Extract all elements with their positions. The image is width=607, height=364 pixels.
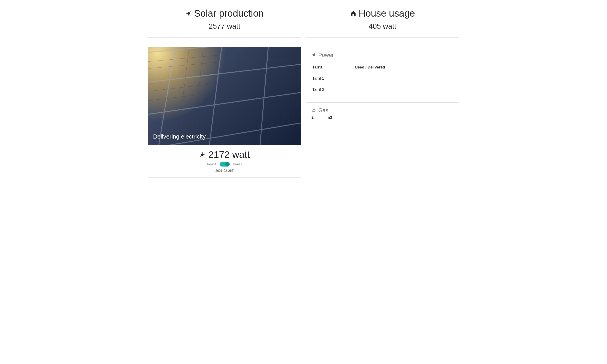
- svg-line-24: [231, 47, 241, 145]
- svg-line-3: [187, 12, 187, 12]
- tarrif-right-label: Tarrif 2: [233, 162, 243, 166]
- svg-line-9: [148, 47, 301, 53]
- svg-line-8: [190, 12, 190, 12]
- power-col-tarrif: Tarrif: [312, 62, 354, 73]
- power-row-1-name: Tarrif 2: [312, 84, 354, 95]
- power-title-text: Power: [318, 52, 334, 58]
- svg-line-29: [200, 153, 201, 153]
- power-card: Power Tarrif Used / Delivered Tarrif 1 T…: [306, 47, 459, 98]
- plug-icon: [312, 53, 316, 57]
- svg-line-23: [192, 47, 204, 145]
- gas-title: Gas: [312, 107, 454, 114]
- delivering-card: Delivering electricity 2172 watt Tarrif …: [148, 47, 301, 178]
- house-title: House usage: [308, 8, 457, 19]
- svg-line-18: [148, 72, 301, 93]
- svg-line-22: [176, 47, 190, 145]
- svg-line-4: [190, 15, 190, 15]
- solar-production-card: Solar production 2577 watt: [148, 3, 301, 38]
- delivering-value-row: 2172 watt: [150, 149, 299, 160]
- gas-number-obscured: [312, 115, 324, 120]
- delivering-footer: 2172 watt Tarrif 1 Tarrif 2 2021-02-26T: [148, 145, 301, 177]
- svg-line-19: [148, 81, 301, 102]
- table-row: Tarrif 1: [312, 73, 454, 84]
- house-icon: [350, 10, 356, 17]
- svg-point-0: [187, 12, 190, 14]
- power-row-0-name: Tarrif 1: [312, 73, 354, 84]
- sun-icon: [199, 152, 206, 158]
- delivering-value: 2172 watt: [208, 149, 250, 160]
- solar-panel-image: Delivering electricity: [148, 47, 301, 145]
- tarrif-switch-slider: [220, 162, 230, 167]
- svg-line-15: [259, 47, 269, 145]
- sun-icon: [185, 10, 192, 17]
- svg-line-16: [148, 47, 301, 63]
- svg-line-30: [204, 156, 204, 157]
- power-table: Tarrif Used / Delivered Tarrif 1 Tarrif …: [312, 62, 454, 95]
- gas-unit: m3: [327, 115, 332, 120]
- tarrif-left-label: Tarrif 1: [207, 162, 216, 166]
- svg-line-34: [204, 153, 204, 153]
- svg-point-26: [201, 154, 203, 156]
- gas-card: Gas m3: [306, 102, 459, 126]
- delivering-caption: Delivering electricity: [153, 133, 206, 140]
- house-title-text: House usage: [359, 8, 415, 19]
- svg-line-20: [148, 102, 301, 127]
- solar-title-text: Solar production: [194, 8, 264, 19]
- power-table-header: Tarrif Used / Delivered: [312, 62, 454, 73]
- gas-value: m3: [312, 115, 332, 120]
- svg-line-25: [245, 47, 255, 145]
- house-value: 405 watt: [308, 22, 457, 30]
- svg-line-11: [148, 91, 301, 116]
- table-row: Tarrif 2: [312, 84, 454, 95]
- gas-title-text: Gas: [318, 107, 329, 114]
- svg-line-13: [157, 47, 176, 145]
- house-usage-card: House usage 405 watt: [306, 3, 459, 38]
- solar-title: Solar production: [150, 8, 299, 19]
- tarrif-toggle: Tarrif 1 Tarrif 2: [150, 162, 299, 167]
- solar-value: 2577 watt: [150, 22, 299, 30]
- svg-line-33: [200, 156, 201, 157]
- power-col-used: Used / Delivered: [354, 62, 453, 73]
- delivering-timestamp: 2021-02-26T: [150, 169, 299, 172]
- svg-line-7: [187, 15, 187, 15]
- power-row-1-value: [354, 84, 453, 95]
- cloud-icon: [312, 108, 316, 113]
- tarrif-switch[interactable]: [220, 162, 230, 167]
- power-row-0-value: [354, 73, 453, 84]
- power-title: Power: [312, 52, 454, 58]
